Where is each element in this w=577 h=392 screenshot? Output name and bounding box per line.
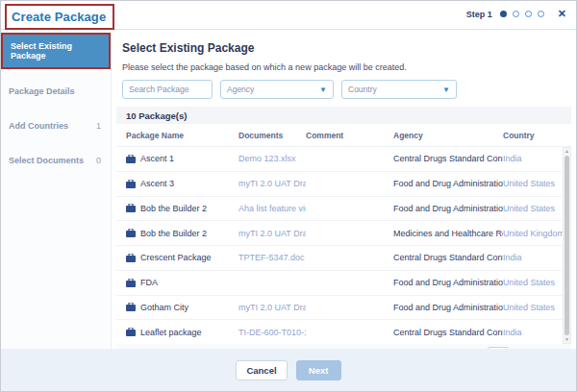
column-header-package-name: Package Name [116,131,238,140]
agency-cell: Food and Drug Administration (FDA) [393,204,503,213]
table-row[interactable]: Gotham City myTI 2.0 UAT Draft S Food an… [116,296,563,321]
create-package-modal: Create Package Step 1 ✕ Select Existing … [0,0,577,392]
package-briefcase-icon [126,303,136,311]
column-header-agency: Agency [393,131,503,140]
sidebar-item-label: Select Documents [9,156,84,165]
document-link[interactable]: TPTEF-5347.doc [238,253,306,262]
section-description: Please select the package based on which… [122,62,572,72]
package-name-cell: Leaflet package [116,328,238,337]
search-package-input[interactable] [122,80,213,99]
table-body: Ascent 1 Demo 123.xlsx Central Drugs Sta… [116,147,563,344]
scrollbar-up-arrow[interactable]: ▲ [564,149,569,154]
title-annotation-box: Create Package [5,4,114,30]
document-link[interactable]: myTI 2.0 UAT Draft S [238,179,306,188]
package-name-cell: Ascent 3 [116,179,238,188]
package-name-text: Bob the Builder 2 [140,204,207,213]
package-name-cell: Bob the Builder 2 [116,204,238,213]
sidebar-item-select-documents[interactable]: Select Documents 0 [1,148,111,173]
package-briefcase-icon [126,328,136,336]
scrollbar-down-arrow[interactable]: ▼ [564,337,569,342]
modal-header: Create Package Step 1 ✕ [1,1,576,30]
package-briefcase-icon [126,254,136,262]
sidebar-item-label: Add Countries [9,121,68,131]
table-scroll-area: Ascent 1 Demo 123.xlsx Central Drugs Sta… [116,146,571,344]
package-name-text: Ascent 3 [140,179,174,188]
package-name-cell: Ascent 1 [116,154,238,163]
table-header-row: Package Name Documents Comment Agency Co… [116,124,563,146]
step-dot-3 [525,11,532,17]
document-link[interactable]: myTI 2.0 UAT Draft S [238,229,306,238]
document-link[interactable]: Aha list feature view [238,204,306,213]
chevron-down-icon: ▼ [442,86,450,94]
package-name-text: Crescent Package [140,253,212,262]
package-name-text: Gotham City [140,303,188,312]
step-dot-1-active [500,11,507,17]
add-countries-count: 1 [96,121,101,131]
package-briefcase-icon [126,229,136,237]
country-cell: India [503,328,563,337]
agency-cell: Central Drugs Standard Control Orga [393,154,503,163]
package-count-bar: 10 Package(s) [116,107,571,124]
package-name-cell: FDA [116,278,238,287]
cancel-button[interactable]: Cancel [236,360,287,380]
agency-select[interactable]: Agency ▼ [220,80,334,99]
agency-cell: Central Drugs Standard Control Orga [393,253,503,262]
table-row[interactable]: Ascent 3 myTI 2.0 UAT Draft S Food and D… [116,172,563,197]
country-cell: United States [503,179,563,188]
scrollbar-thumb[interactable] [564,156,569,335]
modal-footer: Cancel Next [1,349,576,391]
country-cell: United States [503,204,563,213]
country-cell: United Kingdom [503,229,563,238]
agency-cell: Food and Drug Administration (FDA) [393,303,503,312]
package-briefcase-icon [126,180,136,188]
table-row[interactable]: Ascent 1 Demo 123.xlsx Central Drugs Sta… [116,147,563,172]
table-row[interactable]: Bob the Builder 2 myTI 2.0 UAT Draft S M… [116,221,563,246]
table-row[interactable]: Crescent Package TPTEF-5347.doc Central … [116,246,563,271]
document-link[interactable]: myTI 2.0 UAT Draft S [238,303,306,312]
package-briefcase-icon [126,204,136,212]
filter-bar: Agency ▼ Country ▼ [122,80,572,99]
package-name-text: Ascent 1 [140,154,174,163]
sidebar-item-label: Package Details [9,86,75,96]
agency-cell: Medicines and Healthcare Regulator [393,229,503,238]
column-header-documents: Documents [238,131,306,140]
package-briefcase-icon [126,279,136,287]
select-documents-count: 0 [96,156,101,165]
chevron-down-icon: ▼ [319,86,327,94]
package-name-text: Bob the Builder 2 [140,229,207,238]
sidebar-item-package-details[interactable]: Package Details [1,79,111,104]
page-title: Create Package [12,10,106,24]
package-name-cell: Crescent Package [116,253,238,262]
agency-cell: Food and Drug Administration (FDA) [393,179,503,188]
next-button[interactable]: Next [296,360,341,380]
country-cell: India [503,154,563,163]
country-cell: India [503,253,563,262]
table-row[interactable]: Bob the Builder 2 Aha list feature view … [116,197,563,222]
package-name-cell: Bob the Builder 2 [116,229,238,238]
sidebar-item-select-existing-package[interactable]: Select Existing Package [1,33,111,69]
country-cell: United States [503,303,563,312]
package-name-text: Leaflet package [140,328,202,337]
document-link[interactable]: Demo 123.xlsx [238,154,306,163]
step-label: Step 1 [466,10,492,19]
package-briefcase-icon [126,155,136,163]
step-indicator: Step 1 ✕ [466,9,566,19]
step-dot-2 [513,11,519,17]
country-select[interactable]: Country ▼ [341,80,457,99]
modal-body: Select Existing Package Package Details … [1,30,576,349]
step-dot-4 [538,11,544,17]
agency-select-value: Agency [227,85,254,94]
table-row[interactable]: Leaflet package TI-DE-600-T010-1_x2l Cen… [116,320,563,344]
close-icon[interactable]: ✕ [558,9,566,19]
sidebar-item-add-countries[interactable]: Add Countries 1 [1,113,111,138]
package-name-text: FDA [140,278,158,287]
vertical-scrollbar[interactable]: ▲ ▼ [563,147,571,344]
document-link[interactable]: TI-DE-600-T010-1_x2l [238,328,306,337]
package-count-label: 10 Package(s) [126,110,187,121]
sidebar-item-label: Select Existing Package [11,41,99,61]
country-select-value: Country [348,85,377,94]
main-panel: Select Existing Package Please select th… [112,30,576,349]
wizard-sidebar: Select Existing Package Package Details … [1,30,112,349]
column-header-country: Country [503,131,563,140]
table-row[interactable]: FDA Food and Drug Administration (FDA) U… [116,271,563,296]
